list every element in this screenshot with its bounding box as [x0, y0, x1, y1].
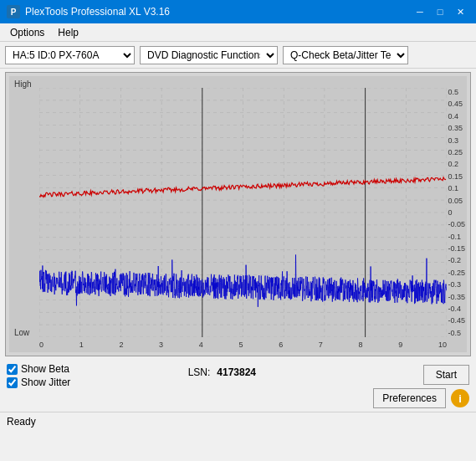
lsn-label: LSN: [188, 366, 211, 378]
title-bar: P PlexTools Professional XL V3.16 ─ □ ✕ [0, 0, 476, 23]
chart-canvas [39, 88, 447, 337]
app-icon: P [7, 5, 20, 18]
lsn-value: 4173824 [217, 366, 256, 378]
show-jitter-checkbox[interactable] [7, 377, 18, 388]
high-label: High [14, 79, 32, 89]
bottom-controls: Show Beta Show Jitter LSN: 4173824 Start… [0, 360, 476, 412]
show-jitter-label: Show Jitter [21, 376, 70, 388]
test-dropdown[interactable]: Q-Check Beta/Jitter Test [283, 46, 408, 64]
info-button[interactable]: i [451, 389, 469, 407]
toolbar: HA:5 ID:0 PX-760A DVD Diagnostic Functio… [0, 42, 476, 69]
title-bar-left: P PlexTools Professional XL V3.16 [7, 5, 170, 18]
y-axis-right: 0.5 0.45 0.4 0.35 0.3 0.25 0.2 0.15 0.1 … [448, 88, 465, 337]
show-beta-row: Show Beta [7, 363, 70, 375]
window-title: PlexTools Professional XL V3.16 [25, 6, 170, 18]
show-beta-label: Show Beta [21, 363, 69, 375]
preferences-button[interactable]: Preferences [373, 388, 446, 408]
window-controls: ─ □ ✕ [411, 4, 469, 19]
device-dropdown[interactable]: HA:5 ID:0 PX-760A [5, 46, 135, 64]
menu-help[interactable]: Help [51, 25, 85, 40]
menu-options[interactable]: Options [3, 25, 51, 40]
maximize-button[interactable]: □ [431, 4, 449, 19]
x-axis-labels: 0 1 2 3 4 5 6 7 8 9 10 [39, 341, 447, 349]
close-button[interactable]: ✕ [451, 4, 469, 19]
status-text: Ready [7, 416, 36, 428]
svg-text:P: P [11, 8, 17, 17]
chart-area: High Low 0.5 0.45 0.4 0.35 0.3 0.25 0.2 … [5, 72, 471, 356]
function-dropdown[interactable]: DVD Diagnostic Functions [140, 46, 278, 64]
minimize-button[interactable]: ─ [411, 4, 429, 19]
show-beta-checkbox[interactable] [7, 364, 18, 375]
chart-canvas-container [39, 88, 447, 337]
chart-inner: High Low 0.5 0.45 0.4 0.35 0.3 0.25 0.2 … [9, 76, 467, 352]
menu-bar: Options Help [0, 23, 476, 42]
show-jitter-row: Show Jitter [7, 376, 70, 388]
low-label: Low [14, 328, 29, 337]
status-bar: Ready [0, 412, 476, 430]
start-button[interactable]: Start [423, 365, 469, 385]
